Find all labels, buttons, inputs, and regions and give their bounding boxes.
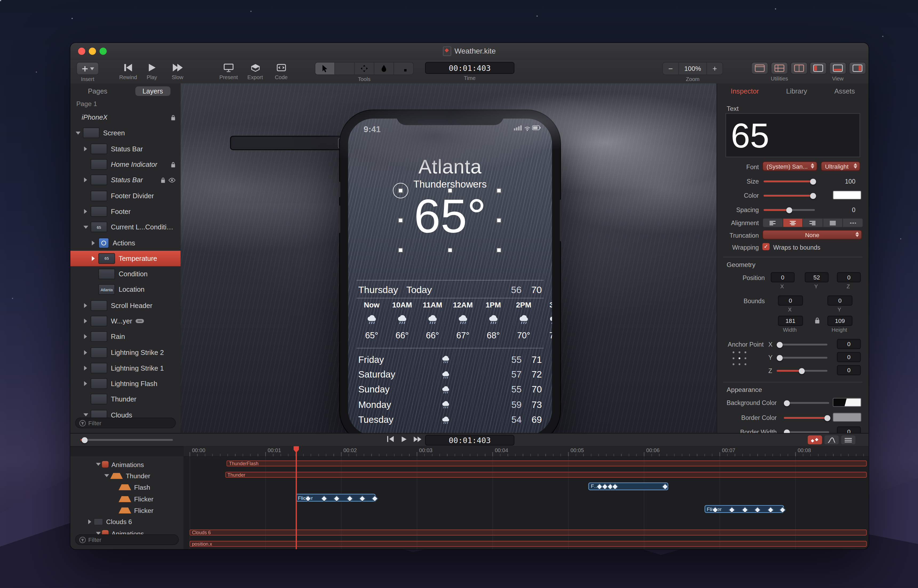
background-color-slider[interactable] [784, 402, 829, 404]
keyframe-bar-flicker[interactable]: Flicker [704, 506, 784, 513]
layer-row-footer[interactable]: Footer [70, 204, 181, 219]
border-width-slider[interactable] [784, 431, 829, 433]
timeline-tree-flicker[interactable]: Flicker [70, 505, 184, 516]
keyframe-bar-flash[interactable]: Flash [588, 482, 668, 490]
ink-tool-button[interactable] [374, 63, 394, 74]
align-none-button[interactable] [843, 219, 863, 227]
curve-view-toggle[interactable] [824, 435, 839, 444]
disclosure-triangle[interactable] [103, 474, 110, 477]
align-center-button[interactable] [783, 219, 803, 227]
anchor-y-slider[interactable] [777, 357, 827, 359]
animation-track-clouds-6[interactable]: Clouds 6 [189, 530, 867, 536]
disclosure-triangle[interactable] [82, 209, 89, 214]
disclosure-triangle[interactable] [82, 334, 89, 339]
spacing-slider[interactable] [764, 209, 815, 211]
keyframe-diamond[interactable] [612, 483, 618, 490]
inspector-tab-library[interactable]: Library [786, 88, 807, 95]
bounds-x-field[interactable]: 0 [778, 296, 803, 305]
selection-bounding-box[interactable] [400, 191, 499, 250]
bounds-y-field[interactable]: 0 [827, 296, 852, 305]
anchor-point-indicator[interactable] [393, 183, 408, 198]
keyframe-diamond[interactable] [321, 495, 327, 502]
timeline-play-button[interactable] [400, 436, 407, 442]
disclosure-triangle[interactable] [82, 414, 89, 417]
layer-row-iphonex[interactable]: iPhoneX [70, 110, 181, 125]
layer-row-footer-divider[interactable]: Footer Divider [70, 188, 181, 204]
timeline-filter-input[interactable]: Filter [75, 534, 179, 545]
layer-row-lightning-strike-2[interactable]: Lightning Strike 2 [70, 344, 181, 360]
position-x-field[interactable]: 0 [771, 272, 795, 283]
disclosure-triangle[interactable] [86, 520, 94, 524]
selection-handle[interactable] [497, 188, 501, 193]
anchor-z-slider[interactable] [777, 370, 827, 372]
sidebar-tab-layers[interactable]: Layers [135, 86, 170, 96]
sidebar-tab-pages[interactable]: Pages [81, 86, 115, 96]
disclosure-triangle[interactable] [82, 319, 89, 323]
keyframe-diamond[interactable] [662, 483, 669, 490]
timeline-tree-clouds-6[interactable]: Clouds 6 [70, 516, 184, 528]
keyframe-diamond[interactable] [754, 507, 761, 513]
align-justify-button[interactable] [823, 219, 843, 227]
canvas[interactable]: 9:41 Atlanta Thundershowers 65° Thursday… [181, 83, 717, 433]
align-right-button[interactable] [803, 219, 823, 227]
layers-filter-input[interactable]: Filter [75, 417, 176, 428]
keyframe-bar-flicker[interactable]: Flicker [295, 494, 376, 502]
list-view-toggle[interactable] [841, 435, 856, 444]
timeline-ffwd-button[interactable] [413, 436, 422, 442]
font-family-dropdown[interactable]: (System) San... [762, 162, 817, 171]
animation-track-thunderflash[interactable]: ThunderFlash [227, 460, 867, 466]
disclosure-triangle[interactable] [82, 365, 89, 370]
play-button[interactable] [148, 62, 156, 73]
inspector-tab-assets[interactable]: Assets [834, 88, 855, 95]
view-right-panel-button[interactable] [849, 62, 866, 74]
disclosure-triangle[interactable] [74, 132, 82, 134]
border-color-slider[interactable] [784, 417, 829, 419]
utility-panel-2-button[interactable] [771, 62, 788, 74]
background-color-swatch[interactable] [833, 398, 861, 407]
zoom-in-button[interactable]: + [707, 64, 722, 73]
height-field[interactable]: 109 [827, 316, 852, 326]
keyframe-view-toggle[interactable] [808, 435, 822, 444]
present-button[interactable] [223, 62, 233, 73]
disclosure-triangle[interactable] [82, 350, 89, 355]
shape-tool-button[interactable] [394, 63, 413, 74]
disclosure-triangle[interactable] [82, 303, 89, 308]
move-tool-button[interactable] [355, 63, 374, 74]
disclosure-triangle[interactable] [82, 178, 89, 183]
text-color-swatch[interactable] [833, 191, 861, 200]
keyframe-diamond[interactable] [334, 495, 340, 502]
keyframe-diamond[interactable] [767, 507, 774, 513]
disclosure-triangle[interactable] [89, 240, 97, 245]
layer-row-home-indicator[interactable]: Home Indicator [70, 157, 181, 172]
utility-panel-3-button[interactable] [790, 62, 808, 74]
position-y-field[interactable]: 52 [805, 272, 828, 283]
selection-handle[interactable] [447, 188, 452, 193]
timeline-zoom-slider[interactable] [81, 439, 173, 441]
timeline-tree-flash[interactable]: Flash [70, 482, 184, 493]
disclosure-triangle[interactable] [94, 463, 102, 466]
cursor-tool-button[interactable] [316, 63, 335, 74]
layer-row-rain[interactable]: Rain [70, 329, 181, 344]
wrapping-checkbox[interactable]: ✓ [762, 243, 769, 250]
layer-row-actions[interactable]: Actions [70, 235, 181, 251]
layer-row-lightning-flash[interactable]: Lightning Flash [70, 376, 181, 392]
layer-row-screen[interactable]: Screen [70, 125, 181, 141]
size-slider[interactable] [764, 180, 815, 182]
layer-row-status-bar[interactable]: Status Bar [70, 172, 181, 188]
export-button[interactable] [250, 62, 260, 73]
align-left-button[interactable] [763, 219, 783, 227]
layer-row-lightning-strike-1[interactable]: Lightning Strike 1 [70, 360, 181, 376]
keyframe-diamond[interactable] [371, 495, 378, 502]
layer-row-condition[interactable]: Condition [70, 266, 181, 282]
layer-row-location[interactable]: AtlantaLocation [70, 282, 181, 297]
anchor-x-slider[interactable] [777, 344, 827, 346]
selection-handle[interactable] [398, 218, 403, 223]
inspector-tab-inspector[interactable]: Inspector [731, 88, 759, 95]
selection-handle[interactable] [447, 248, 452, 252]
timeline-ruler[interactable]: 00:0000:0100:0200:0300:0400:0500:0600:07… [184, 446, 869, 457]
selection-handle[interactable] [398, 248, 403, 252]
anchor-z-field[interactable]: 0 [837, 365, 861, 375]
zoom-tool-button[interactable] [335, 63, 355, 74]
anchor-point-widget[interactable] [733, 351, 747, 366]
keyframe-diamond[interactable] [346, 495, 353, 502]
